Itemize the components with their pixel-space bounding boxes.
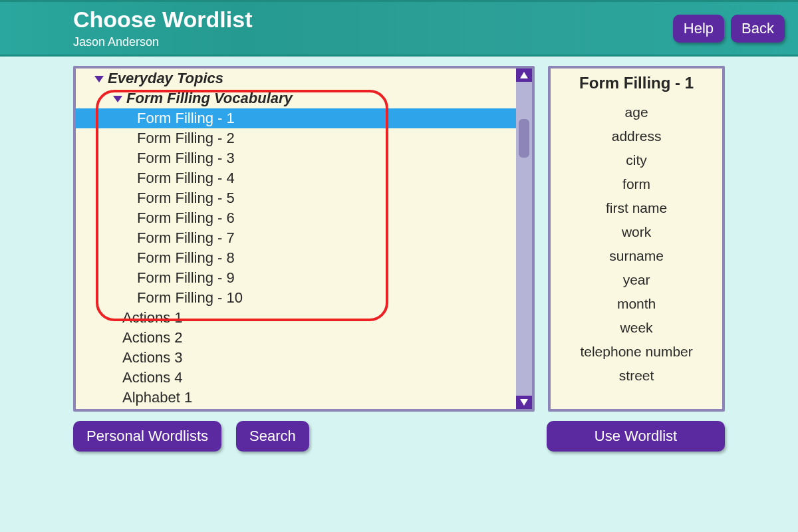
preview-word: telephone number: [551, 340, 722, 364]
tree-item[interactable]: Form Filling - 2: [76, 128, 516, 148]
svg-marker-0: [520, 72, 528, 78]
tree-item[interactable]: Form Filling - 6: [76, 208, 516, 228]
footer-actions: Personal Wordlists Search Use Wordlist: [0, 412, 798, 452]
wordlist-tree-panel: Everyday Topics Form Filling Vocabulary …: [73, 66, 535, 412]
header-bar: Choose Wordlist Jason Anderson Help Back: [0, 0, 798, 57]
tree-item[interactable]: Form Filling - 4: [76, 168, 516, 188]
chevron-down-icon: [113, 96, 122, 102]
tree-root-everyday-topics[interactable]: Everyday Topics: [76, 68, 516, 88]
preview-title: Form Filling - 1: [551, 74, 722, 92]
back-button[interactable]: Back: [731, 15, 785, 43]
preview-word: first name: [551, 196, 722, 220]
user-name: Jason Anderson: [73, 35, 673, 49]
preview-word: month: [551, 292, 722, 316]
tree-item[interactable]: Actions 3: [76, 348, 516, 368]
help-button[interactable]: Help: [673, 15, 724, 43]
tree-item[interactable]: Form Filling - 8: [76, 248, 516, 268]
scroll-track[interactable]: [516, 82, 532, 396]
preview-word: year: [551, 268, 722, 292]
tree-scrollbar[interactable]: [516, 68, 532, 409]
tree-group-form-filling-vocabulary[interactable]: Form Filling Vocabulary: [76, 88, 516, 108]
personal-wordlists-button[interactable]: Personal Wordlists: [73, 421, 221, 452]
tree-item[interactable]: Actions 2: [76, 328, 516, 348]
tree-item[interactable]: Actions 4: [76, 368, 516, 388]
tree-item[interactable]: Form Filling - 1: [76, 108, 516, 128]
scroll-down-button[interactable]: [516, 396, 532, 409]
preview-word: form: [551, 172, 722, 196]
preview-word: age: [551, 100, 722, 124]
use-wordlist-button[interactable]: Use Wordlist: [547, 421, 725, 452]
search-button[interactable]: Search: [236, 421, 309, 452]
preview-word: work: [551, 220, 722, 244]
preview-word: week: [551, 316, 722, 340]
header-actions: Help Back: [673, 15, 785, 43]
preview-word: street: [551, 364, 722, 388]
tree-item[interactable]: Form Filling - 3: [76, 148, 516, 168]
preview-word: address: [551, 124, 722, 148]
tree-item[interactable]: Form Filling - 7: [76, 228, 516, 248]
content-area: Everyday Topics Form Filling Vocabulary …: [0, 57, 798, 412]
wordlist-preview-panel: Form Filling - 1 ageaddresscityformfirst…: [548, 66, 725, 412]
tree-item[interactable]: Actions 1: [76, 308, 516, 328]
scroll-thumb[interactable]: [519, 119, 529, 158]
svg-marker-1: [520, 399, 528, 406]
page-title: Choose Wordlist: [73, 7, 673, 32]
tree-item[interactable]: Alphabet 1: [76, 388, 516, 408]
preview-word: city: [551, 148, 722, 172]
header-left: Choose Wordlist Jason Anderson: [73, 7, 673, 49]
tree-item[interactable]: Form Filling - 10: [76, 288, 516, 308]
tree-item[interactable]: Form Filling - 5: [76, 188, 516, 208]
preview-word: surname: [551, 244, 722, 268]
chevron-down-icon: [94, 76, 104, 82]
tree-item[interactable]: Form Filling - 9: [76, 268, 516, 288]
scroll-up-button[interactable]: [516, 68, 532, 82]
tree-scroll: Everyday Topics Form Filling Vocabulary …: [76, 68, 532, 409]
